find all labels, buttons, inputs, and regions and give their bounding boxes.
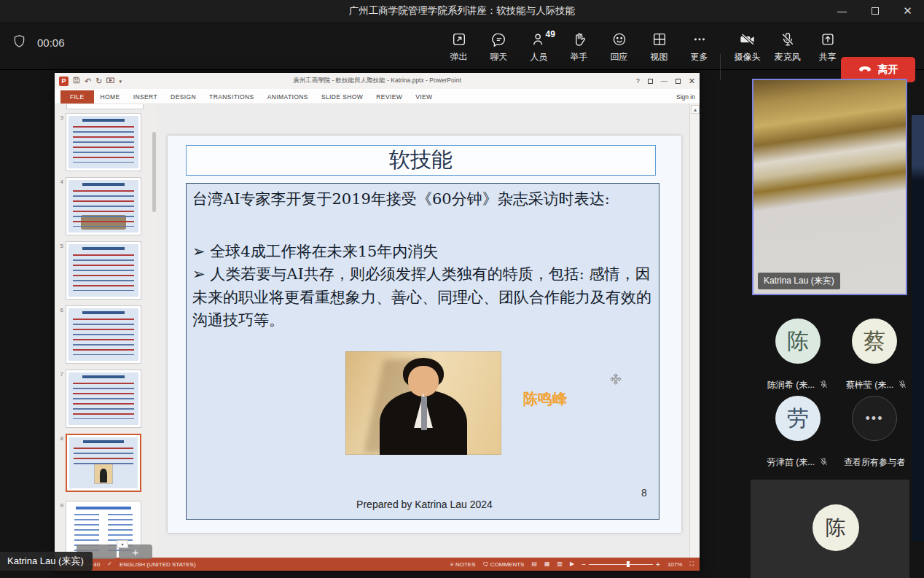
powerpoint-window: P ↶ ↻ ▾ 廣州工商學院 - 軟技能與人際技能 - Katrina.pptx… (55, 73, 700, 571)
minimize-button[interactable]: — (826, 0, 858, 22)
tab-transitions[interactable]: TRANSITIONS (203, 90, 261, 104)
zoom-out-icon[interactable]: − (582, 561, 586, 569)
ppt-titlebar: P ↶ ↻ ▾ 廣州工商學院 - 軟技能與人際技能 - Katrina.pptx… (55, 73, 700, 89)
participant-avatar-1[interactable]: 陈 (775, 319, 821, 364)
zoom-control: − + (582, 561, 660, 569)
view-all-participants-button[interactable]: ••• (852, 396, 897, 441)
microphone-button[interactable]: 麦克风 (767, 28, 807, 65)
zoom-level[interactable]: 107% (667, 561, 682, 568)
view-reading-icon[interactable]: ▥ (557, 561, 563, 567)
slide-intro-text: 台湾AI专家李开复于2019年接受《60分钟》杂志采访时表达: (192, 188, 653, 211)
security-shield-icon[interactable] (12, 34, 27, 52)
mic-off-icon (780, 31, 796, 48)
react-button[interactable]: 回应 (599, 28, 639, 65)
thumbnail-slide-8-selected[interactable]: 8 (56, 434, 141, 492)
ppt-minimize-icon[interactable]: — (661, 77, 667, 85)
maximize-button[interactable] (858, 0, 891, 22)
participant-count: 49 (546, 29, 555, 39)
side-panel-edge (912, 115, 924, 541)
notes-icon: ≡ (450, 561, 454, 568)
toolbar-separator (720, 54, 721, 80)
move-cursor-icon (609, 373, 622, 389)
self-name-label: Katrina Lau (来宾) (0, 552, 93, 571)
camera-off-icon (739, 31, 756, 48)
slideshow-start-icon[interactable] (106, 77, 114, 85)
raise-hand-icon (571, 31, 587, 48)
ppt-close-icon[interactable]: ✕ (689, 77, 695, 86)
participant-avatar-3[interactable]: 劳 (775, 396, 821, 441)
zoom-in-icon[interactable]: + (656, 561, 660, 569)
slide-title: 软技能 (389, 146, 453, 175)
thumbnail-slide-5[interactable]: 5 (56, 241, 141, 300)
participant-avatar-2[interactable]: 蔡 (852, 319, 897, 364)
qat-dropdown-icon[interactable]: ▾ (119, 79, 122, 84)
more-button[interactable]: 更多 (679, 28, 719, 65)
active-speaker-video-tile[interactable]: Katrina Lau (来宾) (752, 79, 907, 295)
more-dots-icon (692, 31, 708, 48)
view-button[interactable]: 视图 (639, 28, 679, 65)
view-all-participants-label[interactable]: 查看所有参与者 (820, 456, 924, 469)
canvas-scrollbar[interactable]: ▲ (689, 104, 700, 558)
redo-icon[interactable]: ↻ (95, 77, 102, 85)
tab-file[interactable]: FILE (60, 90, 94, 104)
slide-title-box[interactable]: 软技能 (186, 145, 656, 176)
video-tile-name: Katrina Lau (来宾) (758, 273, 840, 289)
phone-hangup-icon (858, 63, 872, 76)
tab-review[interactable]: REVIEW (369, 90, 409, 104)
sign-in-link[interactable]: Sign in (676, 93, 695, 101)
save-icon[interactable] (73, 77, 80, 85)
zoom-slider[interactable] (589, 564, 653, 565)
share-icon (820, 31, 836, 48)
help-icon[interactable]: ? (636, 77, 640, 85)
participants-button[interactable]: 49 人员 (519, 28, 559, 65)
tab-view[interactable]: VIEW (409, 90, 439, 104)
scroll-up-icon[interactable]: ▲ (691, 105, 700, 114)
comments-toggle[interactable]: COMMENTS (490, 561, 525, 568)
mic-muted-icon (898, 380, 907, 391)
language-status[interactable]: ENGLISH (UNITED STATES) (120, 561, 196, 568)
ppt-restore-icon[interactable] (676, 79, 681, 84)
view-normal-icon[interactable]: ▤ (531, 561, 537, 567)
chat-button[interactable]: 聊天 (479, 28, 519, 65)
powerpoint-app-icon: P (59, 77, 68, 86)
thumbnail-slide-4[interactable]: 4 (56, 177, 141, 235)
thumbnail-slide-7[interactable]: 7 (56, 370, 141, 428)
ribbon-options-icon[interactable] (648, 79, 653, 84)
tab-design[interactable]: DESIGN (164, 90, 203, 104)
slide-thumbnail-pane: 3 4 5 6 7 (55, 104, 157, 558)
thumbnail-slide-3[interactable]: 3 (56, 113, 141, 171)
tab-insert[interactable]: INSERT (127, 90, 164, 104)
fit-to-window-icon[interactable]: ⛶ (689, 561, 694, 567)
bottom-participant-avatar: 陈 (813, 504, 859, 551)
document-title: 廣州工商學院 - 軟技能與人際技能 - Katrina.pptx - Power… (55, 77, 700, 85)
overlay-dropdown-icon[interactable]: ▾ (117, 540, 128, 548)
thumbnail-scrollbar[interactable] (152, 132, 156, 212)
speaker-photo[interactable] (345, 351, 501, 455)
tab-home[interactable]: HOME (94, 90, 127, 104)
close-button[interactable]: ✕ (891, 0, 924, 22)
view-sorter-icon[interactable]: ▦ (544, 561, 550, 567)
undo-icon[interactable]: ↶ (85, 77, 91, 85)
maximize-icon (872, 7, 879, 15)
popout-button[interactable]: 弹出 (439, 28, 479, 65)
camera-button[interactable]: 摄像头 (727, 28, 767, 65)
notes-toggle[interactable]: NOTES (455, 561, 476, 568)
raise-hand-button[interactable]: 举手 (559, 28, 599, 65)
meeting-title: 广州工商学院管理学院系列讲座：软技能与人际技能 (349, 4, 576, 17)
slide-page-number: 8 (641, 487, 647, 499)
bottom-participant-tile[interactable]: 陈 (751, 480, 909, 578)
tab-animations[interactable]: ANIMATIONS (261, 90, 315, 104)
spellcheck-icon[interactable]: ✓ (107, 561, 112, 567)
tab-slideshow[interactable]: SLIDE SHOW (315, 90, 369, 104)
thumbnail-slide-6[interactable]: 6 (56, 305, 141, 364)
quick-access-toolbar: P ↶ ↻ ▾ (59, 77, 122, 86)
minimize-icon: — (837, 6, 847, 17)
app-titlebar: 广州工商学院管理学院系列讲座：软技能与人际技能 — ✕ (0, 0, 924, 22)
slide-footer: Prepared by Katrina Lau 2024 (168, 499, 681, 510)
view-slideshow-icon[interactable]: ▶ (570, 561, 574, 567)
meeting-timer: 00:06 (37, 36, 65, 49)
people-icon: 49 (531, 31, 547, 48)
slide-8[interactable]: 软技能 台湾AI专家李开复于2019年接受《60分钟》杂志采访时表达: ➢ 全球… (168, 136, 681, 533)
window-controls: — ✕ (826, 0, 924, 22)
ppt-statusbar: SLIDE 8 OF 40 ✓ ENGLISH (UNITED STATES) … (55, 558, 700, 571)
